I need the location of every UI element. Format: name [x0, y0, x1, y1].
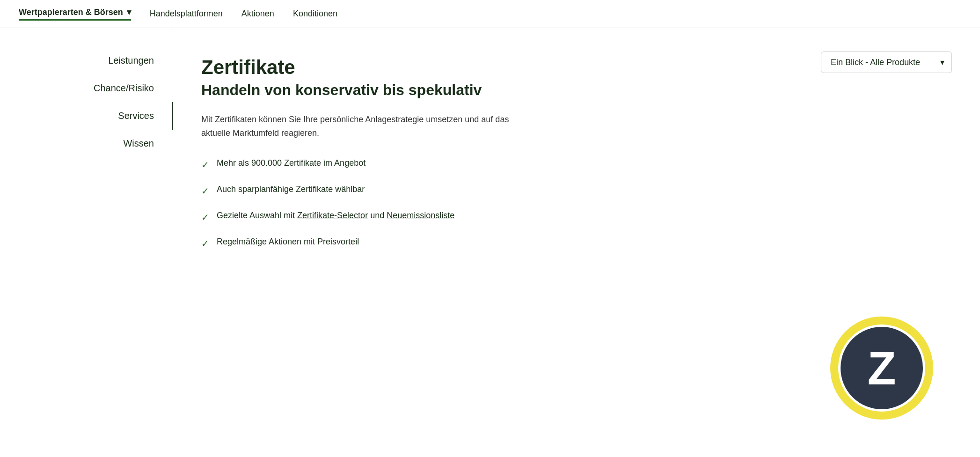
dropdown-container: Ein Blick - Alle Produkte Zertifikate Ak… [821, 52, 952, 73]
check-icon-3: ✓ [201, 210, 209, 224]
sidebar-item-wissen[interactable]: Wissen [0, 130, 173, 157]
sidebar-item-services[interactable]: Services [0, 102, 173, 130]
page-description: Mit Zertifikaten können Sie Ihre persönl… [201, 113, 519, 140]
list-item-text-3: Gezielte Auswahl mit Zertifikate-Selecto… [217, 209, 454, 222]
nav-item-aktionen[interactable]: Aktionen [241, 9, 274, 19]
check-icon-4: ✓ [201, 236, 209, 251]
list-item: ✓ Regelmäßige Aktionen mit Preisvorteil [201, 236, 519, 251]
sidebar-item-leistungen[interactable]: Leistungen [0, 47, 173, 74]
top-navigation: Wertpapierarten & Börsen ▾ Handelsplattf… [0, 0, 980, 28]
z-logo-letter: Z [867, 345, 896, 391]
zertifikate-selector-link[interactable]: Zertifikate-Selector [297, 211, 368, 220]
z-logo-outer-ring: Z [830, 317, 933, 420]
sidebar-item-chance-risiko[interactable]: Chance/Risiko [0, 74, 173, 102]
list-item-text-middle: und [368, 211, 387, 220]
nav-primary-item[interactable]: Wertpapierarten & Börsen ▾ [19, 7, 131, 21]
nav-item-konditionen[interactable]: Konditionen [293, 9, 337, 19]
list-item: ✓ Mehr als 900.000 Zertifikate im Angebo… [201, 157, 519, 172]
z-logo-container: Z [830, 317, 933, 420]
product-dropdown[interactable]: Ein Blick - Alle Produkte Zertifikate Ak… [821, 52, 952, 73]
list-item-text-before: Gezielte Auswahl mit [217, 211, 297, 220]
neuemissionsliste-link[interactable]: Neuemissionsliste [387, 211, 454, 220]
z-logo-inner-circle: Z [838, 324, 925, 412]
page-subtitle: Handeln von konservativ bis spekulativ [201, 81, 952, 99]
list-item-text-1: Mehr als 900.000 Zertifikate im Angebot [217, 157, 366, 170]
sidebar: Leistungen Chance/Risiko Services Wissen [0, 28, 173, 457]
list-item: ✓ Gezielte Auswahl mit Zertifikate-Selec… [201, 209, 519, 224]
check-icon-2: ✓ [201, 184, 209, 198]
list-item: ✓ Auch sparplanfähige Zertifikate wählba… [201, 183, 519, 198]
list-item-text-4: Regelmäßige Aktionen mit Preisvorteil [217, 236, 359, 248]
list-item-text-2: Auch sparplanfähige Zertifikate wählbar [217, 183, 365, 196]
nav-primary-label: Wertpapierarten & Börsen [19, 7, 123, 17]
feature-list: ✓ Mehr als 900.000 Zertifikate im Angebo… [201, 157, 519, 251]
main-content: Ein Blick - Alle Produkte Zertifikate Ak… [173, 28, 980, 457]
nav-item-handelsplattformen[interactable]: Handelsplattformen [150, 9, 223, 19]
check-icon-1: ✓ [201, 158, 209, 172]
dropdown-wrapper: Ein Blick - Alle Produkte Zertifikate Ak… [821, 52, 952, 73]
nav-primary-chevron: ▾ [127, 7, 131, 17]
main-layout: Leistungen Chance/Risiko Services Wissen… [0, 28, 980, 457]
